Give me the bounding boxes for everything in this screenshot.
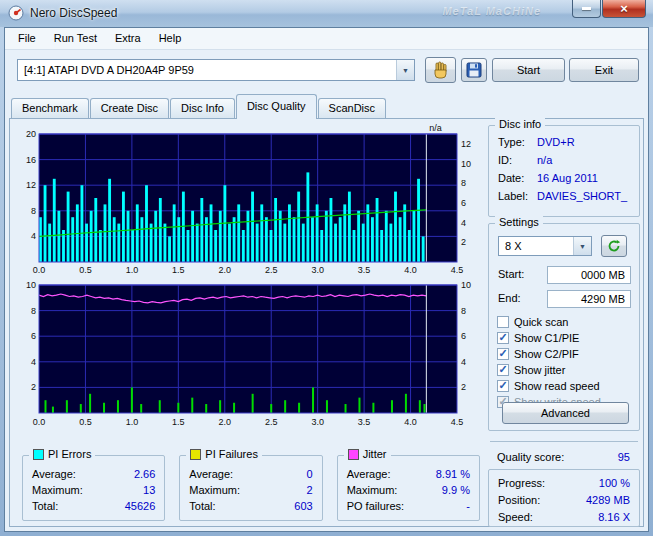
svg-text:3.5: 3.5: [358, 417, 371, 427]
disc-quality-page: 48121620246810120.00.51.01.52.02.53.03.5…: [9, 118, 644, 527]
svg-text:0.5: 0.5: [79, 417, 92, 427]
svg-text:n/a: n/a: [429, 123, 442, 133]
checkbox-box: ✓: [497, 332, 509, 344]
stats-row: PI Errors Average:2.66 Maximum:13 Total:…: [22, 455, 480, 521]
svg-text:3.5: 3.5: [358, 265, 371, 275]
stat-value: 9.9 %: [442, 484, 470, 496]
refresh-button[interactable]: [601, 235, 627, 257]
pi-errors-swatch: [33, 449, 44, 460]
tab-disc-info[interactable]: Disc Info: [170, 98, 235, 119]
stat-value: 603: [294, 500, 312, 512]
svg-text:2: 2: [31, 382, 36, 392]
svg-text:2: 2: [461, 237, 466, 247]
tab-scandisc[interactable]: ScanDisc: [318, 98, 386, 119]
svg-text:6: 6: [31, 331, 36, 341]
minimize-icon: [582, 7, 591, 10]
svg-text:1.0: 1.0: [126, 265, 139, 275]
panel-title: PI Failures: [205, 448, 258, 460]
checkbox-box: ✓: [497, 364, 509, 376]
position-label: Position:: [498, 494, 540, 506]
eject-options-button[interactable]: [425, 57, 456, 83]
disc-id-value: n/a: [537, 154, 552, 166]
svg-text:10: 10: [461, 280, 471, 290]
chevron-down-icon[interactable]: ▼: [573, 237, 591, 255]
svg-text:2.0: 2.0: [219, 417, 232, 427]
right-panel: Disc info Type:DVD+R ID:n/a Date:16 Aug …: [488, 121, 642, 529]
checkbox-label: Quick scan: [514, 316, 568, 328]
tab-label: Disc Quality: [247, 100, 306, 112]
minimize-button[interactable]: [572, 0, 601, 18]
advanced-button[interactable]: Advanced: [502, 402, 629, 424]
close-button[interactable]: ×: [602, 0, 646, 18]
svg-text:12: 12: [26, 180, 36, 190]
stat-value: 2.66: [134, 468, 155, 480]
stat-label: Average:: [189, 468, 233, 480]
group-title: Disc info: [499, 118, 541, 130]
disc-date-value: 16 Aug 2011: [537, 172, 598, 184]
progress-group: Progress:100 % Position:4289 MB Speed:8.…: [488, 469, 640, 527]
progress-value: 100 %: [599, 477, 630, 489]
checkbox-show-jitter[interactable]: ✓Show jitter: [497, 362, 635, 377]
stat-label: Average:: [347, 468, 391, 480]
svg-text:4.5: 4.5: [451, 265, 464, 275]
checkbox-quick-scan[interactable]: Quick scan: [497, 314, 635, 329]
svg-text:1.5: 1.5: [172, 265, 185, 275]
client-area: File Run Test Extra Help [4:1] ATAPI DVD…: [4, 27, 649, 532]
window-title: Nero DiscSpeed: [30, 6, 117, 20]
menu-file[interactable]: File: [9, 28, 45, 49]
disc-type-value: DVD+R: [537, 136, 575, 148]
stat-value: 2: [307, 484, 313, 496]
chevron-down-icon[interactable]: ▼: [396, 60, 414, 80]
svg-text:16: 16: [26, 155, 36, 165]
quality-score-row: Quality score: 95: [497, 451, 630, 463]
tab-strip: Benchmark Create Disc Disc Info Disc Qua…: [11, 94, 387, 119]
disc-info-label: Type:: [498, 136, 537, 148]
group-title: Settings: [499, 216, 539, 228]
start-button[interactable]: Start: [492, 58, 565, 82]
menu-help[interactable]: Help: [150, 28, 191, 49]
stat-label: Maximum:: [189, 484, 240, 496]
stat-label: PO failures:: [347, 500, 404, 512]
svg-text:8: 8: [461, 178, 466, 188]
checkbox-show-c2-pif[interactable]: ✓Show C2/PIF: [497, 346, 635, 361]
scan-speed-select[interactable]: 8 X ▼: [498, 236, 592, 256]
tab-label: Benchmark: [22, 102, 78, 114]
svg-text:8: 8: [31, 206, 36, 216]
app-window: Nero DiscSpeed MeTaL MaCHiNe × File Run …: [0, 0, 653, 536]
tab-disc-quality[interactable]: Disc Quality: [236, 94, 317, 119]
hand-icon: [431, 60, 451, 80]
floppy-disk-icon: [465, 61, 483, 79]
drive-selector-value: [4:1] ATAPI DVD A DH20A4P 9P59: [18, 64, 396, 76]
disc-info-label: Label:: [498, 190, 537, 202]
checkbox-label: Show C1/PIE: [514, 332, 579, 344]
start-field-label: Start:: [498, 268, 524, 280]
checkbox-show-read-speed[interactable]: ✓Show read speed: [497, 378, 635, 393]
drive-selector[interactable]: [4:1] ATAPI DVD A DH20A4P 9P59 ▼: [17, 59, 415, 81]
stat-label: Average:: [32, 468, 76, 480]
svg-text:0.5: 0.5: [79, 265, 92, 275]
checkbox-show-c1-pie[interactable]: ✓Show C1/PIE: [497, 330, 635, 345]
panel-title: Jitter: [363, 448, 387, 460]
tab-label: Create Disc: [101, 102, 158, 114]
menu-bar: File Run Test Extra Help: [5, 28, 648, 50]
stat-label: Total:: [189, 500, 215, 512]
menu-extra[interactable]: Extra: [106, 28, 150, 49]
checkbox-label: Show C2/PIF: [514, 348, 579, 360]
tab-benchmark[interactable]: Benchmark: [11, 98, 89, 119]
disc-label-value: DAVIES_SHORT_: [537, 190, 627, 202]
end-field-label: End:: [498, 292, 521, 304]
end-position-field[interactable]: 4290 MB: [547, 290, 631, 308]
checkbox-box: ✓: [497, 380, 509, 392]
quality-separator: [490, 441, 638, 442]
app-icon: [8, 5, 24, 21]
checkbox-label: Show jitter: [514, 364, 565, 376]
menu-run-test[interactable]: Run Test: [45, 28, 106, 49]
tab-create-disc[interactable]: Create Disc: [90, 98, 169, 119]
svg-text:0.0: 0.0: [33, 265, 46, 275]
svg-text:10: 10: [461, 159, 471, 169]
start-position-field[interactable]: 0000 MB: [547, 266, 631, 284]
exit-button[interactable]: Exit: [569, 58, 639, 82]
save-button[interactable]: [461, 58, 487, 82]
jitter-swatch: [348, 449, 359, 460]
svg-text:10: 10: [26, 280, 36, 290]
